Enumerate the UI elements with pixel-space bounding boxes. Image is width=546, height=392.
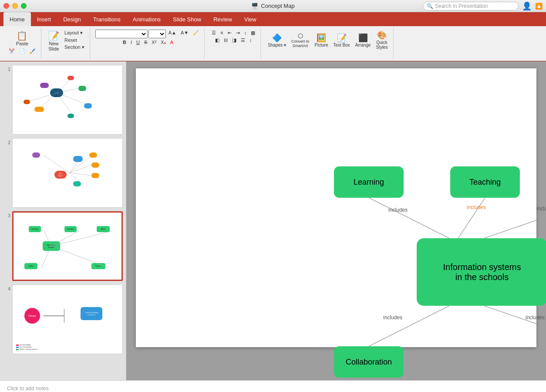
paste-group: 📋 Paste ✂️ 📄 🖌️ [3, 28, 41, 59]
svg-line-16 [41, 246, 51, 267]
convert-smartart-button[interactable]: ⬡ Convert toSmartArt [290, 31, 311, 49]
slide-4-preview[interactable]: Ethiopia Least DevelopedCountries Someth… [12, 284, 123, 354]
increase-indent-button[interactable]: ⇥ [234, 30, 242, 36]
clear-format-button[interactable]: 🧹 [191, 30, 201, 38]
increase-font-button[interactable]: A▲ [167, 30, 178, 38]
svg-line-3 [40, 93, 57, 108]
tab-transitions[interactable]: Transitions [87, 12, 127, 26]
format-painter[interactable]: 🖌️ [28, 48, 37, 54]
section-button[interactable]: Section ▾ [63, 44, 86, 51]
connector-label-collaboration: includes [383, 314, 402, 321]
close-button[interactable] [3, 3, 9, 9]
new-slide-button[interactable]: 📝 New Slide [47, 30, 61, 52]
teaching-node[interactable]: Teaching [450, 166, 520, 198]
titlebar: 🖥️ Concept Map 🔍 Search in Presentation … [0, 0, 546, 12]
search-input[interactable]: 🔍 Search in Presentation [423, 2, 519, 10]
font-size-select[interactable] [148, 30, 166, 38]
maximize-button[interactable] [21, 3, 27, 9]
reset-button[interactable]: Reset [63, 37, 86, 43]
align-left-button[interactable]: ◧ [213, 37, 221, 44]
slide-options: Layout ▾ Reset Section ▾ [63, 30, 86, 51]
font-group: A▲ A▼ 🧹 B I U S X² X₂ A [92, 28, 205, 59]
svg-line-13 [44, 231, 51, 246]
ribbon-content: 📋 Paste ✂️ 📄 🖌️ 📝 New Slide Layout ▾ Res… [0, 26, 546, 61]
window-controls: 🔼 [535, 3, 543, 10]
justify-button[interactable]: ☰ [239, 37, 247, 44]
learning-node[interactable]: Learning [334, 166, 404, 198]
svg-line-17 [51, 246, 108, 267]
svg-line-11 [70, 173, 81, 183]
minimize-button[interactable] [12, 3, 18, 9]
search-icon: 🔍 [427, 3, 433, 9]
slide-2-preview[interactable]: RiskMgmt [12, 138, 123, 208]
slide-thumbnail-2[interactable]: 2 RiskMgmt [2, 138, 124, 208]
bold-button[interactable]: B [121, 39, 128, 46]
arrange-button[interactable]: ⬛ Arrange [354, 32, 373, 48]
slides-group: 📝 New Slide Layout ▾ Reset Section ▾ [43, 28, 90, 59]
canvas-area: Learning Teaching Management Information… [126, 61, 546, 380]
tab-review[interactable]: Review [207, 12, 238, 26]
connector-label-management: includes [536, 206, 546, 212]
slide-thumbnail-4[interactable]: 4 Ethiopia Least DevelopedCountries Some… [2, 284, 124, 354]
quick-styles-button[interactable]: 🎨 Quick Styles [374, 30, 389, 51]
titlebar-right: 🔍 Search in Presentation 👤 🔼 [423, 1, 543, 11]
slide-thumbnail-3[interactable]: 3 Informationsystems Learning Teaching M… [2, 211, 124, 281]
svg-line-24 [369, 306, 449, 346]
textbox-button[interactable]: 📝 Text Box [332, 32, 352, 48]
svg-line-14 [51, 231, 79, 246]
traffic-lights [3, 3, 27, 9]
svg-line-15 [51, 231, 113, 246]
tab-home[interactable]: Home [3, 12, 31, 26]
main-layout: 1 [0, 61, 546, 380]
tab-design[interactable]: Design [57, 12, 87, 26]
slide-3-preview[interactable]: Informationsystems Learning Teaching Mgm… [12, 211, 123, 281]
underline-button[interactable]: U [135, 39, 142, 46]
italic-button[interactable]: I [129, 39, 134, 46]
slide-1-preview[interactable] [12, 65, 123, 135]
svg-line-12 [44, 155, 70, 173]
window-title: 🖥️ Concept Map [251, 3, 294, 9]
strikethrough-button[interactable]: S [142, 39, 149, 46]
svg-line-9 [70, 165, 93, 173]
numbered-list-button[interactable]: ≡ [219, 30, 225, 36]
picture-button[interactable]: 🖼️ Picture [313, 32, 330, 48]
columns-button[interactable]: ▦ [249, 30, 257, 36]
connector-label-teaching: includes [467, 204, 486, 210]
superscript-button[interactable]: X² [150, 39, 158, 46]
connector-label-communication: includes [526, 314, 545, 321]
line-spacing-button[interactable]: ↕ [248, 37, 254, 44]
tab-animations[interactable]: Animations [127, 12, 167, 26]
shapes-button[interactable]: 🔷 Shapes ▾ [266, 32, 288, 48]
subscript-button[interactable]: X₂ [159, 39, 167, 46]
copy-button[interactable]: 📄 [17, 48, 27, 54]
font-family-select[interactable] [95, 30, 148, 38]
text-direction-button[interactable]: ↕ [243, 30, 249, 36]
layout-button[interactable]: Layout ▾ [63, 30, 86, 36]
bullet-list-button[interactable]: ☰ [210, 30, 218, 36]
slide-canvas[interactable]: Learning Teaching Management Information… [136, 68, 536, 347]
tab-insert[interactable]: Insert [31, 12, 57, 26]
svg-line-10 [70, 173, 93, 176]
collaboration-node[interactable]: Collaboration [334, 346, 404, 378]
decrease-indent-button[interactable]: ⇤ [226, 30, 233, 36]
svg-line-8 [70, 154, 93, 173]
svg-line-1 [57, 88, 84, 93]
drawing-group: 🔷 Shapes ▾ ⬡ Convert toSmartArt 🖼️ Pictu… [263, 28, 394, 59]
tab-view[interactable]: View [238, 12, 263, 26]
tab-slideshow[interactable]: Slide Show [167, 12, 207, 26]
svg-line-25 [484, 306, 536, 346]
center-node[interactable]: Information systems in the schools [417, 238, 546, 306]
align-center-button[interactable]: ⊟ [222, 37, 229, 44]
svg-line-22 [458, 198, 485, 238]
svg-line-0 [46, 84, 57, 93]
svg-line-4 [57, 77, 73, 93]
ribbon-tabs: Home Insert Design Transitions Animation… [0, 12, 546, 26]
paste-button[interactable]: 📋 Paste [14, 30, 30, 47]
font-color-button[interactable]: A [169, 39, 175, 46]
notes-bar[interactable]: Click to add notes [0, 380, 546, 392]
slide-thumbnail-1[interactable]: 1 [2, 65, 124, 135]
cut-button[interactable]: ✂️ [7, 48, 17, 54]
slide-panel: 1 [0, 61, 126, 380]
align-right-button[interactable]: ◨ [230, 37, 238, 44]
decrease-font-button[interactable]: A▼ [179, 30, 190, 38]
